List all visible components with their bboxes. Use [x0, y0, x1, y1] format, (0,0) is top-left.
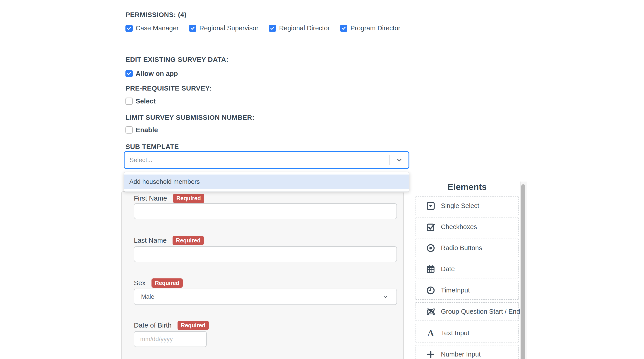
sub-template-heading: SUB TEMPLATE — [126, 143, 179, 151]
element-checkboxes[interactable]: Checkboxes — [416, 218, 518, 236]
dropdown-option-add-household-members[interactable]: Add household members — [124, 175, 409, 189]
prerequisite-select-option[interactable]: Select — [126, 97, 156, 105]
elements-scrollbar-track[interactable] — [520, 182, 526, 359]
date-of-birth-input[interactable]: mm/dd/yyyy — [134, 331, 207, 347]
element-label: Single Select — [441, 202, 479, 210]
checkbox-label: Regional Director — [279, 24, 330, 32]
limit-submission-heading: LIMIT SURVEY SUBMISSION NUMBER: — [126, 114, 254, 121]
date-of-birth-label-row: Date of Birth Required — [134, 320, 209, 330]
caret-square-down-icon — [426, 201, 436, 211]
element-number-input[interactable]: Number Input — [416, 345, 518, 359]
survey-form-canvas: First Name Required Last Name Required S… — [121, 191, 404, 359]
field-label: Date of Birth — [134, 322, 172, 329]
sub-template-dropdown-menu: Add household members — [124, 172, 410, 192]
checkbox-icon[interactable] — [126, 126, 133, 134]
required-badge: Required — [173, 194, 204, 203]
element-label: Group Question Start / End — [441, 308, 520, 315]
required-badge: Required — [178, 321, 209, 330]
element-single-select[interactable]: Single Select — [416, 196, 518, 215]
elements-panel-title: Elements — [416, 182, 518, 192]
check-square-icon — [426, 222, 436, 232]
checkbox-label: Select — [136, 97, 156, 105]
date-placeholder: mm/dd/yyyy — [140, 336, 173, 343]
object-group-icon — [426, 307, 436, 317]
first-name-label-row: First Name Required — [134, 193, 204, 203]
select-placeholder: Select... — [130, 156, 390, 164]
element-label: Text Input — [441, 329, 470, 337]
plus-icon — [426, 349, 436, 359]
element-label: Date — [441, 265, 455, 273]
limit-submission-row: Enable — [126, 126, 168, 134]
clock-icon — [426, 285, 436, 296]
permission-regional-supervisor[interactable]: Regional Supervisor — [189, 24, 258, 32]
permission-case-manager[interactable]: Case Manager — [126, 24, 179, 32]
select-value: Male — [141, 293, 382, 300]
allow-on-app-option[interactable]: Allow on app — [126, 70, 178, 77]
checkbox-icon[interactable] — [269, 25, 276, 32]
last-name-input[interactable] — [134, 246, 397, 262]
element-text-input[interactable]: A Text Input — [416, 324, 518, 343]
limit-enable-option[interactable]: Enable — [126, 126, 158, 134]
edit-existing-heading: EDIT EXISTING SURVEY DATA: — [126, 56, 228, 63]
checkbox-label: Case Manager — [136, 24, 179, 32]
element-label: TimeInput — [441, 287, 470, 294]
field-label: Sex — [134, 279, 146, 287]
sex-select[interactable]: Male — [134, 289, 397, 305]
element-radio-buttons[interactable]: Radio Buttons — [416, 239, 518, 257]
element-label: Radio Buttons — [441, 244, 482, 252]
field-label: Last Name — [134, 237, 167, 244]
field-label: First Name — [134, 194, 167, 202]
allow-on-app-row: Allow on app — [126, 70, 188, 77]
checkbox-icon[interactable] — [189, 25, 196, 32]
elements-scrollbar-thumb[interactable] — [521, 184, 525, 359]
first-name-input[interactable] — [134, 203, 397, 219]
sub-template-select[interactable]: Select... — [124, 151, 410, 169]
sex-label-row: Sex Required — [134, 278, 183, 288]
element-label: Number Input — [441, 351, 481, 358]
permissions-checkbox-row: Case Manager Regional Supervisor Regiona… — [126, 24, 411, 32]
checkbox-label: Program Director — [350, 24, 400, 32]
element-label: Checkboxes — [441, 223, 477, 231]
dot-circle-icon — [426, 243, 436, 253]
permission-program-director[interactable]: Program Director — [340, 24, 400, 32]
prerequisite-row: Select — [126, 97, 166, 105]
checkbox-label: Allow on app — [136, 70, 178, 77]
last-name-label-row: Last Name Required — [134, 235, 204, 245]
font-icon: A — [426, 328, 436, 339]
prerequisite-heading: PRE-REQUISITE SURVEY: — [126, 84, 212, 92]
chevron-down-icon[interactable] — [390, 156, 408, 164]
checkbox-icon[interactable] — [126, 25, 133, 32]
checkbox-label: Regional Supervisor — [199, 24, 258, 32]
element-date[interactable]: Date — [416, 260, 518, 278]
checkbox-label: Enable — [136, 126, 158, 134]
required-badge: Required — [172, 236, 204, 245]
checkbox-icon[interactable] — [340, 25, 347, 32]
required-badge: Required — [152, 278, 183, 288]
permission-regional-director[interactable]: Regional Director — [269, 24, 330, 32]
chevron-down-icon — [382, 293, 389, 300]
element-group-question[interactable]: Group Question Start / End — [416, 302, 518, 321]
element-timeinput[interactable]: TimeInput — [416, 281, 518, 300]
permissions-heading: PERMISSIONS: (4) — [126, 11, 186, 18]
checkbox-icon[interactable] — [126, 98, 133, 105]
calendar-icon — [426, 264, 436, 274]
survey-template-editor: PERMISSIONS: (4) Case Manager Regional S… — [0, 0, 644, 359]
checkbox-icon[interactable] — [126, 70, 133, 77]
